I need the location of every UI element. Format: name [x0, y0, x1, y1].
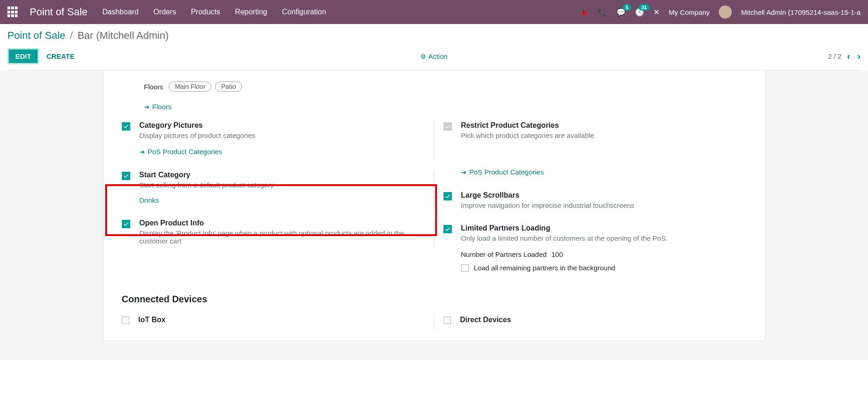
- nav-links: Dashboard Orders Products Reporting Conf…: [102, 8, 579, 16]
- company-name[interactable]: My Company: [669, 8, 710, 16]
- form-bg: Floors Main Floor Patio Floors Category …: [0, 70, 868, 360]
- setting-direct-devices: Direct Devices: [444, 310, 747, 330]
- form-sheet: Floors Main Floor Patio Floors Category …: [103, 70, 766, 341]
- setting-desc: Display pictures of product categories: [139, 131, 424, 139]
- setting-iot-box: IoT Box: [122, 310, 434, 330]
- checkbox-start-category[interactable]: [122, 172, 130, 180]
- avatar[interactable]: [719, 6, 732, 19]
- setting-title: Limited Partners Loading: [461, 224, 747, 232]
- breadcrumb-current: Bar (Mitchell Admin): [77, 30, 169, 41]
- control-panel: Point of Sale / Bar (Mitchell Admin) EDI…: [0, 24, 868, 70]
- nav-dashboard[interactable]: Dashboard: [102, 8, 139, 16]
- setting-title: Start Category: [139, 171, 424, 179]
- messages-icon[interactable]: 💬5: [616, 8, 626, 17]
- pager-text[interactable]: 2 / 2: [828, 52, 841, 60]
- tools-icon[interactable]: ✕: [653, 8, 659, 17]
- setting-restrict-categories: Restrict Product Categories Pick which p…: [444, 116, 747, 186]
- floors-row: Floors Main Floor Patio: [122, 81, 747, 92]
- user-name[interactable]: Mitchell Admin (17095214-saas-15-1-a: [741, 8, 861, 16]
- gear-icon: [420, 52, 426, 60]
- apps-icon[interactable]: [7, 6, 19, 18]
- main-navbar: Point of Sale Dashboard Orders Products …: [0, 0, 868, 24]
- setting-limited-partners: Limited Partners Loading Only load a lim…: [444, 218, 747, 281]
- create-button[interactable]: CREATE: [46, 52, 75, 60]
- checkbox-load-background[interactable]: [461, 264, 469, 272]
- nav-reporting[interactable]: Reporting: [235, 8, 267, 16]
- nav-products[interactable]: Products: [191, 8, 220, 16]
- nav-configuration[interactable]: Configuration: [282, 8, 326, 16]
- pager-next[interactable]: ›: [857, 51, 861, 62]
- setting-large-scrollbars: Large Scrollbars Improve navigation for …: [444, 186, 747, 218]
- checkbox-direct-devices[interactable]: [444, 317, 451, 324]
- arrow-right-icon: [139, 148, 145, 156]
- section-connected-devices: Connected Devices: [122, 294, 747, 305]
- action-label: Action: [428, 52, 448, 60]
- checkbox-limited-partners[interactable]: [444, 225, 452, 233]
- setting-title: Large Scrollbars: [461, 191, 747, 200]
- pager-prev[interactable]: ‹: [847, 51, 850, 62]
- app-brand[interactable]: Point of Sale: [30, 6, 88, 18]
- settings-right-col: Restrict Product Categories Pick which p…: [434, 116, 747, 281]
- setting-title: Category Pictures: [139, 121, 424, 130]
- tag-patio[interactable]: Patio: [215, 81, 242, 92]
- setting-desc: Pick which product categories are availa…: [461, 131, 747, 139]
- arrow-right-icon: [144, 103, 150, 111]
- floors-link[interactable]: Floors: [144, 103, 172, 111]
- checkbox-restrict-categories: [444, 122, 452, 131]
- checkbox-category-pictures[interactable]: [122, 122, 130, 131]
- checkbox-large-scrollbars[interactable]: [444, 192, 452, 200]
- link-pos-categories-right[interactable]: PoS Product Categories: [461, 168, 544, 176]
- num-partners-value: 100: [551, 250, 563, 258]
- breadcrumb-root[interactable]: Point of Sale: [7, 30, 65, 41]
- activities-badge: 31: [639, 4, 650, 11]
- link-pos-categories-left[interactable]: PoS Product Categories: [139, 148, 222, 156]
- breadcrumb-sep: /: [70, 30, 73, 41]
- setting-title: Restrict Product Categories: [461, 121, 747, 130]
- tag-main-floor[interactable]: Main Floor: [169, 81, 211, 92]
- nav-right: 🐞 📞 💬5 🕓31 ✕ My Company Mitchell Admin (…: [579, 6, 861, 19]
- activities-icon[interactable]: 🕓31: [635, 8, 644, 17]
- messages-badge: 5: [623, 4, 631, 11]
- load-background-label: Load all remaining partners in the backg…: [474, 264, 615, 272]
- checkbox-iot-box[interactable]: [122, 317, 129, 324]
- floors-label: Floors: [144, 83, 164, 91]
- setting-desc: Only load a limited number of customers …: [461, 234, 747, 242]
- setting-desc: Improve navigation for imprecise industr…: [461, 201, 747, 209]
- nav-orders[interactable]: Orders: [153, 8, 176, 16]
- setting-title: Direct Devices: [460, 316, 747, 324]
- action-dropdown[interactable]: Action: [420, 52, 448, 60]
- phone-icon[interactable]: 📞: [598, 8, 607, 17]
- bug-icon[interactable]: 🐞: [579, 8, 589, 17]
- arrow-right-icon: [461, 168, 467, 176]
- num-partners-label: Number of Partners Loaded: [461, 250, 547, 258]
- highlight-annotation: [105, 184, 437, 236]
- breadcrumb: Point of Sale / Bar (Mitchell Admin): [7, 30, 861, 42]
- setting-title: IoT Box: [139, 316, 424, 324]
- edit-button[interactable]: EDIT: [7, 48, 39, 64]
- setting-category-pictures: Category Pictures Display pictures of pr…: [122, 116, 434, 165]
